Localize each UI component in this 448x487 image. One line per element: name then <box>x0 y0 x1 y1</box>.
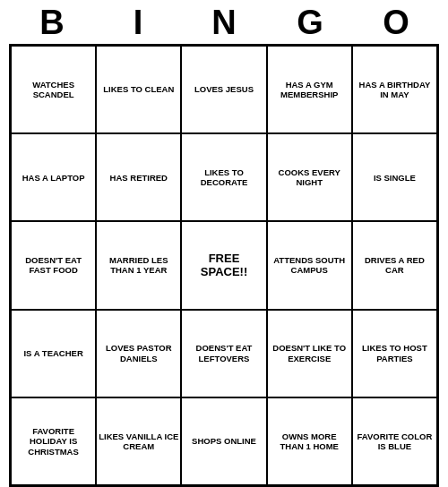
bingo-letter-b: B <box>16 4 88 42</box>
bingo-grid: WATCHES SCANDELLIKES TO CLEANLOVES JESUS… <box>9 44 439 487</box>
bingo-cell-18: DOESN'T LIKE TO EXERCISE <box>267 310 352 397</box>
bingo-cell-8: COOKS EVERY NIGHT <box>267 133 352 221</box>
bingo-cell-10: DOESN'T EAT FAST FOOD <box>11 221 96 309</box>
bingo-cell-1: LIKES TO CLEAN <box>96 46 181 133</box>
bingo-cell-6: HAS RETIRED <box>96 133 181 221</box>
bingo-cell-4: HAS A BIRTHDAY IN MAY <box>352 46 437 133</box>
bingo-cell-17: DOENS'T EAT LEFTOVERS <box>181 310 266 397</box>
bingo-cell-21: LIKES VANILLA ICE CREAM <box>96 397 181 485</box>
bingo-cell-24: FAVORITE COLOR IS BLUE <box>352 397 437 485</box>
bingo-letter-n: N <box>188 4 260 42</box>
bingo-cell-11: MARRIED LES THAN 1 YEAR <box>96 221 181 309</box>
bingo-cell-5: HAS A LAPTOP <box>11 133 96 221</box>
bingo-cell-13: ATTENDS SOUTH CAMPUS <box>267 221 352 309</box>
bingo-cell-15: IS A TEACHER <box>11 310 96 397</box>
bingo-cell-19: LIKES TO HOST PARTIES <box>352 310 437 397</box>
bingo-cell-12: FREE SPACE!! <box>181 221 266 309</box>
bingo-cell-3: HAS A GYM MEMBERSHIP <box>267 46 352 133</box>
bingo-cell-7: LIKES TO DECORATE <box>181 133 266 221</box>
bingo-letter-o: O <box>360 4 432 42</box>
bingo-letter-i: I <box>102 4 174 42</box>
bingo-letter-g: G <box>274 4 346 42</box>
bingo-cell-16: LOVES PASTOR DANIELS <box>96 310 181 397</box>
bingo-cell-14: DRIVES A RED CAR <box>352 221 437 309</box>
bingo-cell-20: FAVORITE HOLIDAY IS CHRISTMAS <box>11 397 96 485</box>
bingo-cell-2: LOVES JESUS <box>181 46 266 133</box>
bingo-cell-22: SHOPS ONLINE <box>181 397 266 485</box>
bingo-cell-0: WATCHES SCANDEL <box>11 46 96 133</box>
bingo-title: BINGO <box>9 0 439 44</box>
bingo-cell-9: IS SINGLE <box>352 133 437 221</box>
bingo-cell-23: OWNS MORE THAN 1 HOME <box>267 397 352 485</box>
